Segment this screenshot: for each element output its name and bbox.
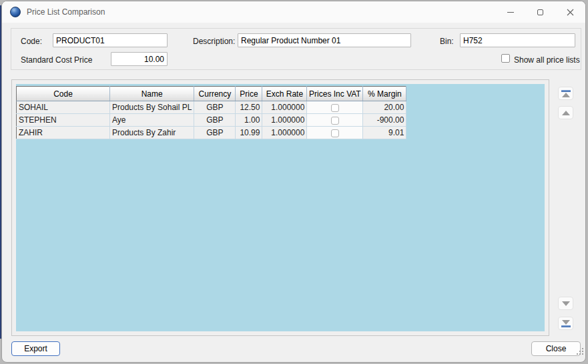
code-label: Code: [21,37,42,46]
cell-currency: GBP [194,127,236,139]
close-dialog-button[interactable]: Close [531,341,581,356]
cell-name: Aye [110,114,194,127]
standard-cost-price-label: Standard Cost Price [21,55,92,65]
maximize-icon [537,9,543,15]
cell-currency: GBP [194,101,236,114]
window-title: Price List Comparison [27,7,105,17]
grid-row[interactable]: SOHAILProducts By Sohail PLGBP12.501.000… [17,101,406,114]
scroll-top-bar-icon [561,90,571,92]
grid-row[interactable]: STEPHENAyeGBP1.001.000000-900.00 [17,114,406,127]
cell-price: 1.00 [236,114,262,127]
bin-input[interactable] [460,33,575,47]
cell-name: Products By Zahir [110,127,194,139]
prices-inc-vat-checkbox[interactable] [331,129,339,137]
cell-exch_rate: 1.000000 [262,127,307,139]
price-grid: CodeNameCurrencyPriceExch RatePrices Inc… [16,86,406,139]
standard-cost-price-input[interactable] [111,52,168,66]
grid-surface: CodeNameCurrencyPriceExch RatePrices Inc… [16,84,545,331]
scroll-to-bottom-button[interactable] [558,317,573,330]
code-input[interactable] [53,33,168,47]
cell-exch_rate: 1.000000 [262,114,307,127]
cell-name: Products By Sohail PL [110,101,194,114]
scroll-down-arrow-icon [562,301,570,306]
minimize-button[interactable] [495,1,525,23]
cell-code: STEPHEN [17,114,110,127]
cell-code: SOHAIL [17,101,110,114]
cell-exch_rate: 1.000000 [262,101,307,114]
column-header-prices_inc_vat[interactable]: Prices Inc VAT [307,87,363,101]
scroll-top-arrow-icon [562,93,570,97]
grid-panel: CodeNameCurrencyPriceExch RatePrices Inc… [11,79,549,336]
cell-code: ZAHIR [17,127,110,139]
resize-grip[interactable] [577,353,578,355]
close-button[interactable] [555,1,585,23]
cell-currency: GBP [194,114,236,127]
scroll-up-arrow-icon [562,111,570,115]
scroll-to-top-button[interactable] [558,87,573,100]
close-icon [567,9,574,16]
cell-margin: 20.00 [363,101,406,114]
show-all-price-lists-checkbox[interactable] [501,54,510,63]
export-button[interactable]: Export [11,341,60,356]
form-panel: Code: Description: Bin: Standard Cost Pr… [11,28,581,70]
column-header-code[interactable]: Code [17,87,110,101]
cell-margin: -900.00 [363,114,406,127]
description-label: Description: [193,37,235,46]
app-icon [10,7,21,17]
grid-body: SOHAILProducts By Sohail PLGBP12.501.000… [17,101,406,139]
show-all-price-lists-label: Show all price lists [514,55,580,65]
price-list-comparison-window: Price List Comparison Code: Description:… [1,1,586,363]
prices-inc-vat-checkbox[interactable] [331,117,339,125]
column-header-name[interactable]: Name [110,87,194,101]
scroll-up-button[interactable] [558,106,573,119]
grid-header-row: CodeNameCurrencyPriceExch RatePrices Inc… [17,87,406,101]
minimize-icon [507,12,514,13]
cell-margin: 9.01 [363,127,406,139]
description-input[interactable] [238,33,411,47]
prices-inc-vat-checkbox[interactable] [331,104,339,112]
column-header-margin[interactable]: % Margin [363,87,406,101]
column-header-price[interactable]: Price [236,87,262,101]
scroll-bottom-arrow-icon [562,320,570,325]
column-header-exch_rate[interactable]: Exch Rate [262,87,307,101]
cell-price: 12.50 [236,101,262,114]
titlebar: Price List Comparison [2,1,585,23]
scroll-down-button[interactable] [558,297,573,310]
cell-prices_inc_vat [307,101,363,114]
column-header-currency[interactable]: Currency [194,87,236,101]
scroll-bottom-bar-icon [561,325,571,327]
cell-prices_inc_vat [307,114,363,127]
maximize-button[interactable] [525,1,555,23]
cell-price: 10.99 [236,127,262,139]
bin-label: Bin: [440,37,454,46]
cell-prices_inc_vat [307,127,363,139]
grid-row[interactable]: ZAHIRProducts By ZahirGBP10.991.0000009.… [17,127,406,139]
